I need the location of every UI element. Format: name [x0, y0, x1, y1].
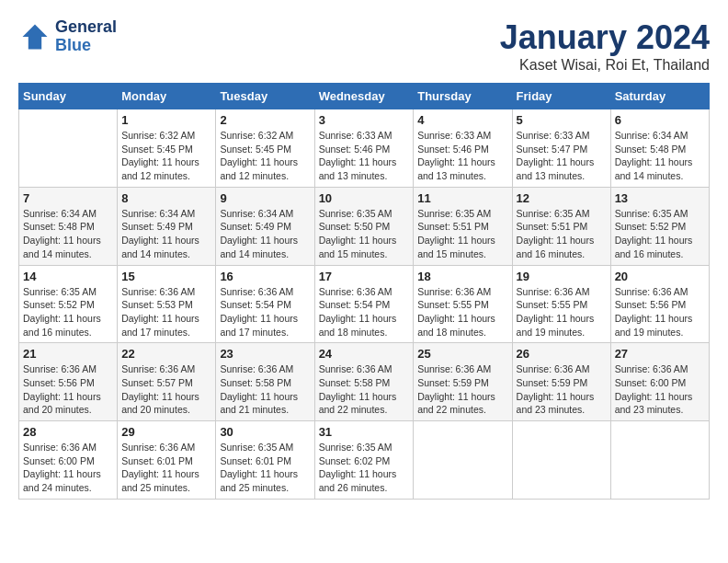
calendar-cell: 17Sunrise: 6:36 AM Sunset: 5:54 PM Dayli…	[314, 265, 414, 343]
day-number: 18	[417, 270, 507, 283]
day-number: 21	[23, 347, 113, 361]
main-title: January 2024	[500, 18, 710, 57]
calendar-cell: 29Sunrise: 6:36 AM Sunset: 6:01 PM Dayli…	[118, 421, 216, 500]
day-info: Sunrise: 6:36 AM Sunset: 5:58 PM Dayligh…	[319, 362, 410, 417]
day-number: 17	[319, 270, 410, 283]
day-number: 16	[220, 270, 310, 283]
day-info: Sunrise: 6:34 AM Sunset: 5:48 PM Dayligh…	[23, 207, 113, 261]
day-number: 22	[121, 347, 211, 361]
day-info: Sunrise: 6:32 AM Sunset: 5:45 PM Dayligh…	[220, 129, 310, 183]
day-number: 10	[319, 191, 410, 205]
day-info: Sunrise: 6:35 AM Sunset: 5:51 PM Dayligh…	[417, 207, 507, 261]
calendar-week-4: 21Sunrise: 6:36 AM Sunset: 5:56 PM Dayli…	[19, 343, 710, 421]
calendar-cell: 20Sunrise: 6:36 AM Sunset: 5:56 PM Dayli…	[610, 265, 709, 343]
calendar-cell: 11Sunrise: 6:35 AM Sunset: 5:51 PM Dayli…	[414, 187, 512, 265]
calendar-cell: 21Sunrise: 6:36 AM Sunset: 5:56 PM Dayli…	[19, 343, 118, 421]
calendar-cell: 16Sunrise: 6:36 AM Sunset: 5:54 PM Dayli…	[216, 265, 314, 343]
calendar-cell: 4Sunrise: 6:33 AM Sunset: 5:46 PM Daylig…	[414, 109, 512, 188]
day-info: Sunrise: 6:36 AM Sunset: 5:56 PM Dayligh…	[615, 285, 705, 339]
day-number: 13	[615, 191, 705, 205]
day-info: Sunrise: 6:32 AM Sunset: 5:45 PM Dayligh…	[121, 129, 211, 183]
day-number: 8	[121, 191, 211, 205]
day-header-saturday: Saturday	[610, 84, 709, 109]
calendar-cell: 9Sunrise: 6:34 AM Sunset: 5:49 PM Daylig…	[216, 187, 314, 265]
day-info: Sunrise: 6:34 AM Sunset: 5:49 PM Dayligh…	[220, 207, 310, 261]
day-info: Sunrise: 6:33 AM Sunset: 5:47 PM Dayligh…	[517, 129, 607, 183]
calendar-cell: 2Sunrise: 6:32 AM Sunset: 5:45 PM Daylig…	[216, 109, 314, 188]
day-number: 19	[517, 270, 607, 283]
calendar-week-5: 28Sunrise: 6:36 AM Sunset: 6:00 PM Dayli…	[19, 421, 710, 500]
calendar-cell	[610, 421, 709, 500]
day-number: 27	[615, 347, 705, 361]
calendar-cell: 27Sunrise: 6:36 AM Sunset: 6:00 PM Dayli…	[610, 343, 709, 421]
subtitle: Kaset Wisai, Roi Et, Thailand	[500, 57, 710, 74]
day-info: Sunrise: 6:36 AM Sunset: 5:59 PM Dayligh…	[517, 362, 607, 417]
day-info: Sunrise: 6:35 AM Sunset: 5:52 PM Dayligh…	[615, 207, 705, 261]
day-info: Sunrise: 6:33 AM Sunset: 5:46 PM Dayligh…	[319, 129, 410, 183]
day-number: 25	[417, 347, 507, 361]
day-number: 15	[121, 270, 211, 283]
day-number: 1	[121, 113, 211, 127]
calendar-cell: 12Sunrise: 6:35 AM Sunset: 5:51 PM Dayli…	[512, 187, 610, 265]
day-number: 6	[615, 113, 705, 127]
day-number: 28	[23, 425, 113, 439]
calendar-week-1: 1Sunrise: 6:32 AM Sunset: 5:45 PM Daylig…	[19, 109, 710, 188]
day-number: 14	[23, 270, 113, 283]
day-number: 9	[220, 191, 310, 205]
title-block: January 2024 Kaset Wisai, Roi Et, Thaila…	[500, 18, 710, 74]
calendar-cell: 10Sunrise: 6:35 AM Sunset: 5:50 PM Dayli…	[314, 187, 414, 265]
day-number: 7	[23, 191, 113, 205]
logo: General Blue	[18, 18, 117, 55]
calendar-cell	[512, 421, 610, 500]
calendar-cell: 13Sunrise: 6:35 AM Sunset: 5:52 PM Dayli…	[610, 187, 709, 265]
header-row: SundayMondayTuesdayWednesdayThursdayFrid…	[19, 84, 710, 109]
day-number: 11	[417, 191, 507, 205]
day-info: Sunrise: 6:35 AM Sunset: 5:50 PM Dayligh…	[319, 207, 410, 261]
day-header-friday: Friday	[512, 84, 610, 109]
day-info: Sunrise: 6:36 AM Sunset: 5:57 PM Dayligh…	[121, 362, 211, 417]
calendar-week-2: 7Sunrise: 6:34 AM Sunset: 5:48 PM Daylig…	[19, 187, 710, 265]
day-header-tuesday: Tuesday	[216, 84, 314, 109]
svg-marker-0	[23, 24, 48, 49]
day-number: 2	[220, 113, 310, 127]
calendar-cell: 28Sunrise: 6:36 AM Sunset: 6:00 PM Dayli…	[19, 421, 118, 500]
day-number: 23	[220, 347, 310, 361]
calendar-cell: 18Sunrise: 6:36 AM Sunset: 5:55 PM Dayli…	[414, 265, 512, 343]
day-info: Sunrise: 6:35 AM Sunset: 5:51 PM Dayligh…	[517, 207, 607, 261]
day-number: 5	[517, 113, 607, 127]
logo-line2: Blue	[55, 37, 117, 55]
day-info: Sunrise: 6:36 AM Sunset: 5:54 PM Dayligh…	[319, 285, 410, 339]
day-info: Sunrise: 6:34 AM Sunset: 5:48 PM Dayligh…	[615, 129, 705, 183]
day-header-sunday: Sunday	[19, 84, 118, 109]
day-header-monday: Monday	[118, 84, 216, 109]
day-number: 26	[517, 347, 607, 361]
day-info: Sunrise: 6:36 AM Sunset: 5:53 PM Dayligh…	[121, 285, 211, 339]
calendar-cell	[19, 109, 118, 188]
logo-line1: General	[55, 18, 117, 37]
calendar-cell: 23Sunrise: 6:36 AM Sunset: 5:58 PM Dayli…	[216, 343, 314, 421]
calendar-cell: 3Sunrise: 6:33 AM Sunset: 5:46 PM Daylig…	[314, 109, 414, 188]
day-info: Sunrise: 6:33 AM Sunset: 5:46 PM Dayligh…	[417, 129, 507, 183]
calendar-cell: 24Sunrise: 6:36 AM Sunset: 5:58 PM Dayli…	[314, 343, 414, 421]
day-info: Sunrise: 6:35 AM Sunset: 6:02 PM Dayligh…	[319, 441, 410, 495]
logo-icon	[18, 20, 51, 53]
day-number: 29	[121, 425, 211, 439]
page-header: General Blue January 2024 Kaset Wisai, R…	[18, 18, 710, 74]
day-number: 20	[615, 270, 705, 283]
day-info: Sunrise: 6:36 AM Sunset: 5:59 PM Dayligh…	[417, 362, 507, 417]
calendar-cell: 26Sunrise: 6:36 AM Sunset: 5:59 PM Dayli…	[512, 343, 610, 421]
calendar-cell: 5Sunrise: 6:33 AM Sunset: 5:47 PM Daylig…	[512, 109, 610, 188]
calendar-header: SundayMondayTuesdayWednesdayThursdayFrid…	[19, 84, 710, 109]
day-number: 4	[417, 113, 507, 127]
calendar-cell	[414, 421, 512, 500]
calendar-cell: 7Sunrise: 6:34 AM Sunset: 5:48 PM Daylig…	[19, 187, 118, 265]
calendar-cell: 8Sunrise: 6:34 AM Sunset: 5:49 PM Daylig…	[118, 187, 216, 265]
calendar-cell: 19Sunrise: 6:36 AM Sunset: 5:55 PM Dayli…	[512, 265, 610, 343]
day-info: Sunrise: 6:36 AM Sunset: 5:55 PM Dayligh…	[417, 285, 507, 339]
day-info: Sunrise: 6:34 AM Sunset: 5:49 PM Dayligh…	[121, 207, 211, 261]
calendar-cell: 30Sunrise: 6:35 AM Sunset: 6:01 PM Dayli…	[216, 421, 314, 500]
day-number: 31	[319, 425, 410, 439]
day-header-wednesday: Wednesday	[314, 84, 414, 109]
calendar-cell: 15Sunrise: 6:36 AM Sunset: 5:53 PM Dayli…	[118, 265, 216, 343]
day-info: Sunrise: 6:36 AM Sunset: 6:00 PM Dayligh…	[23, 441, 113, 495]
